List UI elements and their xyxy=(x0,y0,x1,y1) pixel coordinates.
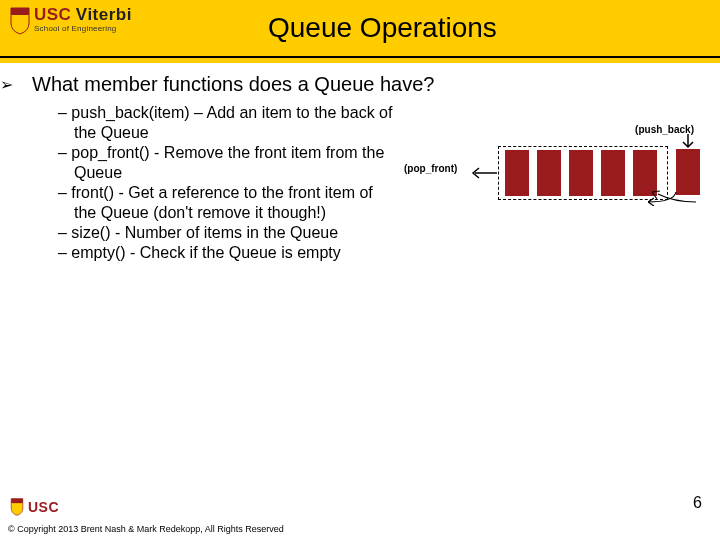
queue-container xyxy=(498,146,668,200)
list-item: – front() - Get a reference to the front… xyxy=(58,183,398,223)
header-band: USC Viterbi School of Engineering Queue … xyxy=(0,0,720,56)
list-item: – push_back(item) – Add an item to the b… xyxy=(58,103,398,143)
svg-point-0 xyxy=(414,284,720,540)
push-arrow-icon xyxy=(680,134,696,150)
title-underline-gold xyxy=(0,58,720,63)
logo-usc-text: USC xyxy=(34,5,71,24)
enqueue-arrow-icon xyxy=(648,190,704,206)
copyright-text: © Copyright 2013 Brent Nash & Mark Redek… xyxy=(8,524,284,534)
dequeue-arrow-icon xyxy=(469,166,497,180)
usc-viterbi-logo: USC Viterbi School of Engineering xyxy=(10,6,132,35)
queue-diagram: (push_back) (pop_front) xyxy=(472,130,704,220)
slide-title: Queue Operations xyxy=(268,12,497,44)
queue-slot xyxy=(505,150,529,196)
shield-icon xyxy=(10,498,24,516)
queue-slot xyxy=(569,150,593,196)
watermark-v-icon xyxy=(410,280,720,540)
bullet-arrow-icon: ➢ xyxy=(18,75,32,95)
main-bullet: ➢What member functions does a Queue have… xyxy=(18,72,702,97)
page-number: 6 xyxy=(693,494,702,512)
incoming-item xyxy=(676,149,700,195)
queue-slot xyxy=(537,150,561,196)
shield-icon xyxy=(10,7,30,35)
footer-logo: USC xyxy=(10,498,59,516)
sub-bullet-list: – push_back(item) – Add an item to the b… xyxy=(58,103,398,263)
list-item: – pop_front() - Remove the front item fr… xyxy=(58,143,398,183)
question-text: What member functions does a Queue have? xyxy=(32,73,434,95)
list-item: – empty() - Check if the Queue is empty xyxy=(58,243,398,263)
pop-front-label: (pop_front) xyxy=(404,163,457,174)
logo-viterbi-text: Viterbi xyxy=(76,5,132,24)
queue-slot xyxy=(601,150,625,196)
list-item: – size() - Number of items in the Queue xyxy=(58,223,398,243)
logo-school-text: School of Engineering xyxy=(34,25,132,33)
footer-usc-text: USC xyxy=(28,499,59,515)
